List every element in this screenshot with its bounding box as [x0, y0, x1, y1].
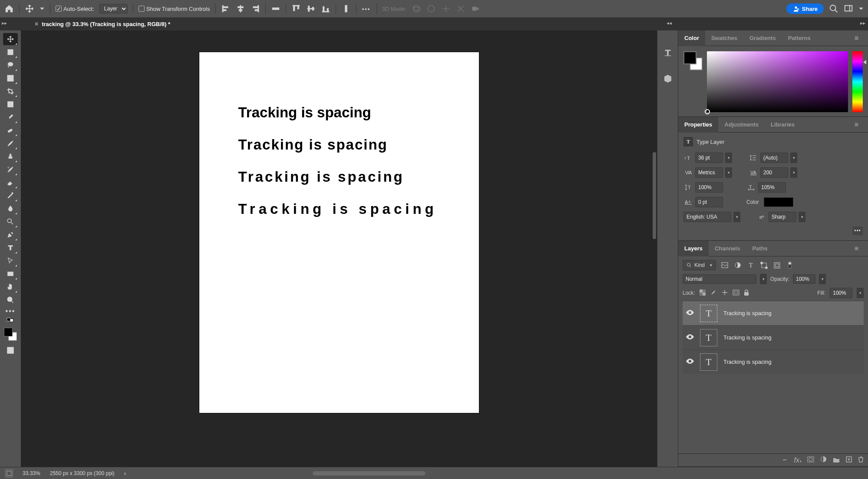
- crop-tool[interactable]: [3, 85, 18, 97]
- align-bottom-edges-icon[interactable]: [321, 4, 330, 13]
- chevron-down-icon[interactable]: [858, 4, 864, 13]
- auto-select-target-dropdown[interactable]: Layer: [99, 4, 128, 13]
- collapse-dock-icon[interactable]: ◂◂: [667, 20, 672, 26]
- link-layers-icon[interactable]: [781, 456, 788, 464]
- object-selection-tool[interactable]: [3, 72, 18, 84]
- foreground-background-colors[interactable]: [4, 328, 17, 341]
- eyedropper-tool[interactable]: [3, 111, 18, 123]
- close-tab-icon[interactable]: ×: [35, 20, 38, 27]
- align-top-edges-icon[interactable]: [291, 4, 301, 13]
- tab-paths[interactable]: Paths: [746, 241, 773, 256]
- blur-tool[interactable]: [3, 203, 18, 215]
- layer-mask-icon[interactable]: [807, 456, 814, 464]
- distribute-vertical-icon[interactable]: [341, 4, 351, 13]
- search-icon[interactable]: [829, 4, 838, 13]
- canvas-text-line[interactable]: Tracking is spacing: [238, 201, 440, 217]
- character-panel-icon[interactable]: [663, 48, 673, 59]
- layer-filter-kind[interactable]: Kind ▾: [683, 260, 716, 270]
- move-tool[interactable]: [3, 33, 18, 45]
- lock-transparency-icon[interactable]: [700, 289, 706, 297]
- path-selection-tool[interactable]: [3, 255, 18, 267]
- visibility-toggle-icon[interactable]: [686, 310, 694, 316]
- tab-swatches[interactable]: Swatches: [705, 30, 743, 46]
- hue-slider[interactable]: [852, 51, 863, 112]
- visibility-toggle-icon[interactable]: [686, 359, 694, 365]
- panel-menu-icon[interactable]: ≡: [848, 30, 865, 46]
- layer-row[interactable]: T Tracking is spacing: [683, 325, 864, 349]
- layer-name[interactable]: Tracking is spacing: [723, 359, 772, 365]
- tracking-input[interactable]: [760, 167, 788, 178]
- language-dropdown[interactable]: [683, 212, 731, 222]
- panel-menu-icon[interactable]: ≡: [848, 117, 865, 133]
- gradient-tool[interactable]: [3, 190, 18, 202]
- align-left-edges-icon[interactable]: [221, 4, 231, 13]
- filter-shape-icon[interactable]: [759, 261, 768, 269]
- expand-right-icon[interactable]: ▸▸: [860, 20, 865, 26]
- show-transform-checkbox[interactable]: Show Transform Controls: [139, 6, 210, 12]
- layer-name[interactable]: Tracking is spacing: [723, 334, 772, 341]
- tab-channels[interactable]: Channels: [709, 241, 746, 256]
- baseline-shift-input[interactable]: [695, 197, 723, 207]
- doc-info-chevron-icon[interactable]: ›: [124, 470, 126, 477]
- text-color-swatch[interactable]: [764, 197, 793, 207]
- blend-mode-dropdown[interactable]: [683, 274, 756, 284]
- pen-tool[interactable]: [3, 229, 18, 241]
- document-tab[interactable]: × tracking @ 33.3% (Tracking is spacing,…: [27, 17, 178, 30]
- tab-color[interactable]: Color: [678, 30, 705, 46]
- kerning-dropdown-icon[interactable]: ▾: [725, 167, 732, 178]
- lock-position-icon[interactable]: [721, 289, 728, 297]
- antialias-dropdown[interactable]: [769, 212, 796, 222]
- new-group-icon[interactable]: [833, 456, 840, 464]
- dodge-tool[interactable]: [3, 216, 18, 228]
- rectangle-tool[interactable]: [3, 268, 18, 280]
- type-tool[interactable]: [3, 242, 18, 254]
- visibility-toggle-icon[interactable]: [686, 334, 694, 341]
- frame-tool[interactable]: [3, 98, 18, 110]
- tab-gradients[interactable]: Gradients: [743, 30, 782, 46]
- font-size-input[interactable]: [695, 153, 723, 163]
- layer-style-icon[interactable]: fx▾: [794, 456, 801, 464]
- filter-pixel-icon[interactable]: [720, 261, 729, 269]
- tab-libraries[interactable]: Libraries: [765, 117, 801, 133]
- eraser-tool[interactable]: [3, 176, 18, 189]
- quick-mask-icon[interactable]: [3, 344, 18, 356]
- share-button[interactable]: Share: [786, 3, 824, 14]
- more-properties-icon[interactable]: •••: [852, 226, 863, 235]
- blend-mode-dropdown-icon[interactable]: ▾: [760, 274, 767, 284]
- horizontal-scale-input[interactable]: [758, 182, 786, 193]
- marquee-tool[interactable]: [3, 46, 18, 58]
- canvas-text-line[interactable]: Tracking is spacing: [238, 136, 440, 153]
- font-size-dropdown-icon[interactable]: ▾: [725, 153, 732, 163]
- adjustment-layer-icon[interactable]: [820, 456, 827, 464]
- align-horizontal-centers-icon[interactable]: [236, 4, 245, 13]
- vertical-scale-input[interactable]: [695, 182, 723, 193]
- document-info[interactable]: 2550 px x 3300 px (300 ppi): [50, 470, 115, 476]
- fill-dropdown-icon[interactable]: ▾: [857, 288, 864, 298]
- align-vertical-centers-icon[interactable]: [306, 4, 316, 13]
- expand-left-icon[interactable]: ▸▸: [2, 20, 7, 26]
- tab-layers[interactable]: Layers: [678, 241, 709, 256]
- tool-preset-dropdown-icon[interactable]: [40, 4, 45, 13]
- home-icon[interactable]: [4, 4, 14, 13]
- filter-type-icon[interactable]: T: [746, 261, 755, 269]
- tab-properties[interactable]: Properties: [678, 117, 718, 133]
- healing-brush-tool[interactable]: [3, 124, 18, 136]
- language-dropdown-icon[interactable]: ▾: [733, 212, 740, 222]
- lock-image-icon[interactable]: [710, 289, 717, 297]
- clone-stamp-tool[interactable]: [3, 150, 18, 163]
- move-tool-icon[interactable]: [25, 4, 34, 13]
- workspace-switcher-icon[interactable]: [844, 4, 853, 13]
- leading-input[interactable]: [760, 153, 788, 163]
- layer-name[interactable]: Tracking is spacing: [723, 310, 772, 316]
- screen-mode-icon[interactable]: [5, 469, 13, 477]
- align-right-edges-icon[interactable]: [251, 4, 260, 13]
- tab-patterns[interactable]: Patterns: [782, 30, 817, 46]
- opacity-input[interactable]: [793, 274, 815, 284]
- horizontal-scrollbar[interactable]: [313, 471, 426, 476]
- panel-menu-icon[interactable]: ≡: [848, 241, 865, 256]
- auto-select-checkbox[interactable]: ✓ Auto-Select:: [56, 6, 94, 12]
- filter-toggle-icon[interactable]: [785, 261, 794, 269]
- canvas-text-line[interactable]: Tracking is spacing: [238, 169, 440, 185]
- opacity-dropdown-icon[interactable]: ▾: [819, 274, 826, 284]
- tracking-dropdown-icon[interactable]: ▾: [790, 167, 797, 178]
